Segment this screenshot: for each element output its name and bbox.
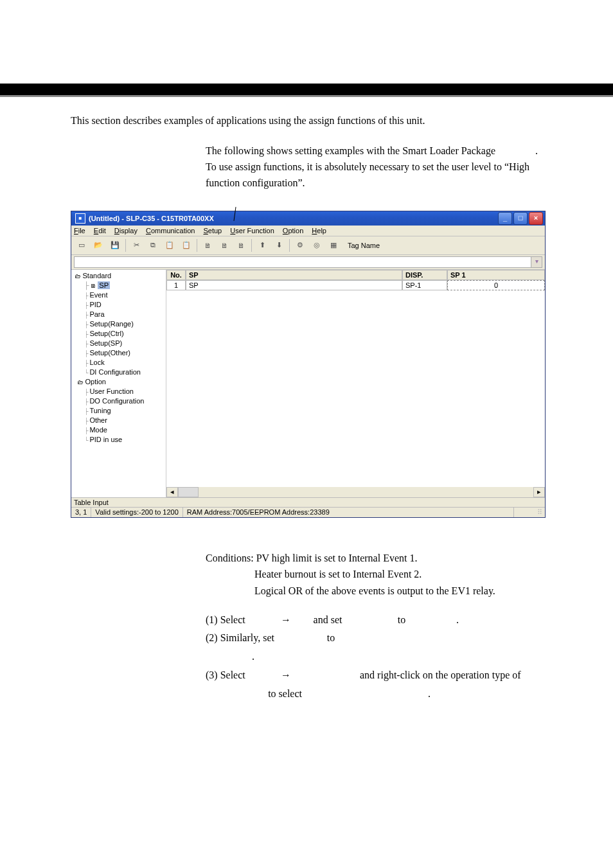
address-bar[interactable]: ▾ (74, 256, 542, 268)
titlebar[interactable]: ■ (Untitled) - SLP-C35 - C15TR0TA00XX _ … (71, 211, 545, 226)
tree-do-config[interactable]: DO Configuration (84, 396, 164, 406)
col-sp[interactable]: SP (186, 270, 402, 280)
step1-dot: . (456, 611, 459, 630)
arrow-icon: → (270, 611, 302, 630)
download-icon[interactable]: ⬇ (271, 238, 287, 253)
tree-user-function[interactable]: User Function (84, 387, 164, 396)
grid-panel: No. SP DISP. SP 1 1 SP SP-1 0 ◂ ▸ (166, 270, 545, 497)
cond-2: Heater burnout is set to Internal Event … (254, 566, 549, 583)
para1: The following shows setting examples wit… (206, 145, 495, 156)
tree-standard[interactable]: Standard (75, 271, 164, 281)
grid-row[interactable]: 1 SP SP-1 0 (166, 280, 545, 290)
tree-setup-ctrl[interactable]: Setup(Ctrl) (84, 329, 164, 339)
h-scrollbar[interactable]: ◂ ▸ (166, 487, 545, 497)
step3-dot: . (308, 685, 431, 704)
cell-sp[interactable]: SP (186, 280, 402, 290)
tree-option-folder[interactable]: Option (78, 377, 164, 387)
menu-display[interactable]: Display (114, 227, 138, 235)
chapter-topbar (0, 84, 613, 97)
addr-drop-icon[interactable]: ▾ (531, 257, 542, 267)
tree-other[interactable]: Other (84, 416, 164, 425)
tree-tuning[interactable]: Tuning (84, 406, 164, 416)
cell-disp[interactable]: SP-1 (402, 280, 447, 290)
maximize-button[interactable]: □ (513, 212, 528, 225)
tree-mode[interactable]: Mode (84, 425, 164, 435)
tool1-icon[interactable]: ⚙ (292, 238, 308, 253)
cell-sp1[interactable]: 0 (447, 280, 545, 290)
paste2-icon[interactable]: 📋 (179, 238, 194, 253)
doc1-icon[interactable]: 🗎 (200, 238, 215, 253)
save-icon[interactable]: 💾 (107, 238, 123, 253)
paste-icon[interactable]: 📋 (162, 238, 177, 253)
step1-andset: and set (308, 611, 347, 630)
step1-select: (1) Select (206, 611, 263, 630)
step2-dot: . (252, 648, 254, 666)
minimize-button[interactable]: _ (498, 212, 512, 225)
tree-setup-range[interactable]: Setup(Range) (84, 319, 164, 329)
intro-text: This section describes examples of appli… (71, 114, 549, 128)
tree-para[interactable]: Para (84, 310, 164, 319)
step2-to: to (296, 629, 366, 648)
status-cell: 3, 1 (71, 508, 91, 517)
resize-grip-icon[interactable]: ⠿ (514, 508, 545, 517)
tool2-icon[interactable]: ◎ (309, 238, 324, 253)
para2: To use assign functions, it is absolutel… (206, 161, 529, 188)
cut-icon[interactable]: ✂ (129, 238, 144, 253)
tree-pid-in-use[interactable]: PID in use (84, 435, 164, 445)
cond-1: PV high limit is set to Internal Event 1… (256, 553, 418, 563)
grid-body[interactable] (166, 290, 545, 487)
menu-edit[interactable]: Edit (94, 227, 106, 235)
step3-select: (3) Select (206, 666, 263, 685)
doc3-icon[interactable]: 🗎 (233, 238, 249, 253)
tool3-icon[interactable]: ▦ (326, 238, 341, 253)
cond-3: Logical OR of the above events is output… (254, 583, 549, 599)
step3-rightclick: and right-click on the operation type of (360, 666, 521, 685)
scroll-left-icon[interactable]: ◂ (166, 487, 178, 497)
open-icon[interactable]: 📂 (91, 238, 106, 253)
app-icon: ■ (75, 213, 85, 224)
col-no[interactable]: No. (166, 270, 186, 280)
app-window: ■ (Untitled) - SLP-C35 - C15TR0TA00XX _ … (71, 211, 546, 518)
menu-setup[interactable]: Setup (203, 227, 222, 235)
tagname-label: Tag Name (348, 242, 380, 249)
step2-set: (2) Similarly, set (206, 629, 289, 648)
menu-option[interactable]: Option (283, 227, 303, 235)
para1-tail: . (535, 145, 538, 156)
status-valid: Valid settings:-200 to 1200 (91, 508, 182, 517)
menubar: FFileile Edit Display Communication Setu… (71, 226, 545, 236)
scroll-thumb[interactable] (178, 487, 199, 497)
menu-userfunction[interactable]: User Function (230, 227, 274, 235)
window-title: (Untitled) - SLP-C35 - C15TR0TA00XX (89, 215, 214, 222)
col-sp1[interactable]: SP 1 (447, 270, 545, 280)
tree-setup-sp[interactable]: Setup(SP) (84, 339, 164, 348)
doc2-icon[interactable]: 🗎 (217, 238, 232, 253)
menu-file[interactable]: FFileile (74, 227, 85, 235)
step1-to: to (353, 611, 450, 630)
grid-header: No. SP DISP. SP 1 (166, 270, 545, 280)
col-disp[interactable]: DISP. (402, 270, 447, 280)
tree-lock[interactable]: Lock (84, 358, 164, 368)
scroll-right-icon[interactable]: ▸ (533, 487, 545, 497)
tree-setup-other[interactable]: Setup(Other) (84, 348, 164, 358)
tree-event[interactable]: Event (84, 290, 164, 300)
toolbar: ▭ 📂 💾 ✂ ⧉ 📋 📋 🗎 🗎 🗎 ⬆ ⬇ ⚙ ◎ ▦ Tag Name (71, 236, 545, 255)
tree-di-config[interactable]: DI Configuration (84, 368, 164, 377)
status-ram: RAM Address:7005/EEPROM Address:23389 (183, 508, 514, 517)
tree-pid[interactable]: PID (84, 300, 164, 310)
upload-icon[interactable]: ⬆ (254, 238, 270, 253)
menu-help[interactable]: Help (312, 227, 326, 235)
statusbar: 3, 1 Valid settings:-200 to 1200 RAM Add… (71, 507, 545, 517)
close-button[interactable]: × (529, 212, 543, 225)
menu-communication[interactable]: Communication (146, 227, 195, 235)
arrow-icon-2: → (270, 666, 302, 685)
conditions-label: Conditions: (206, 553, 256, 563)
tree-panel: Standard SP Event PID Para Setup(Range) … (71, 270, 166, 497)
cell-no[interactable]: 1 (166, 280, 186, 290)
step3-toselect: to select (206, 685, 302, 704)
status-table-input: Table Input (71, 497, 545, 507)
tree-sp[interactable]: SP (84, 281, 164, 290)
new-icon[interactable]: ▭ (74, 238, 89, 253)
copy-icon[interactable]: ⧉ (145, 238, 161, 253)
